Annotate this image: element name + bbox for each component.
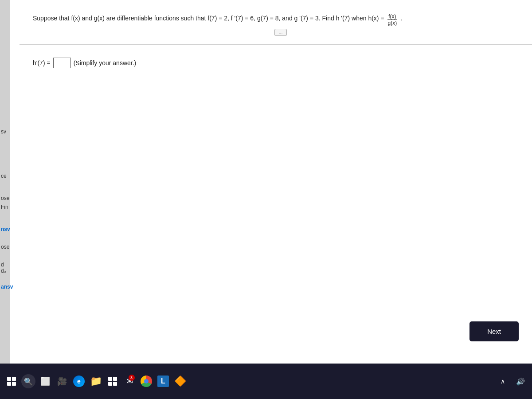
folder-icon[interactable]: 📁 — [89, 374, 103, 388]
search-icon[interactable]: 🔍 — [21, 374, 35, 388]
divider-line — [20, 44, 532, 45]
answer-line: h'(7) = (Simplify your answer.) — [33, 58, 272, 68]
question-statement: Suppose that f(x) and g(x) are different… — [33, 13, 384, 23]
taskbar: 🔍 ⬜ 🎥 e 📁 ✉ 3 L 🔶 — [0, 364, 532, 399]
ellipsis-button[interactable]: ... — [274, 29, 286, 36]
question-text: Suppose that f(x) and g(x) are different… — [33, 13, 528, 27]
sidebar-text-nsv: nsv — [1, 226, 10, 232]
ellipsis-container: ... — [33, 29, 528, 36]
grid-app-icon[interactable] — [106, 374, 120, 388]
fraction-numerator: f(x) — [387, 13, 397, 20]
content-panel: Suppose that f(x) and g(x) are different… — [10, 0, 532, 364]
sidebar-text-ddx: d dₓ — [1, 262, 10, 274]
simplify-label: (Simplify your answer.) — [74, 59, 137, 66]
mail-badge: 3 — [129, 375, 135, 381]
next-button[interactable]: Next — [469, 321, 519, 341]
sidebar-text-fin: Fin — [1, 204, 8, 210]
left-sidebar: sv ce ose Fin nsv ose d dₓ ansv — [0, 0, 10, 364]
taskview-icon[interactable]: ⬜ — [38, 374, 52, 388]
question-period: . — [400, 13, 402, 23]
mail-icon[interactable]: ✉ 3 — [122, 374, 137, 388]
chrome-icon[interactable] — [139, 374, 153, 388]
answer-label: h'(7) = — [33, 59, 51, 66]
fraction-denominator: g(x) — [387, 20, 398, 26]
answer-area: h'(7) = (Simplify your answer.) — [20, 49, 286, 77]
speaker-icon[interactable]: 🔊 — [513, 374, 528, 388]
sidebar-text-ose2: ose — [1, 244, 9, 250]
chevron-up-icon[interactable]: ∧ — [496, 374, 510, 388]
notification-area: ∧ 🔊 — [496, 374, 528, 388]
vlc-icon[interactable]: 🔶 — [173, 374, 187, 388]
answer-input[interactable] — [53, 58, 71, 68]
fraction-display: f(x) g(x) — [387, 13, 398, 27]
question-area: Suppose that f(x) and g(x) are different… — [20, 0, 532, 47]
blue-l-icon[interactable]: L — [156, 374, 170, 388]
sidebar-text-ansv: ansv — [1, 284, 13, 290]
sidebar-text-ce: ce — [1, 173, 7, 179]
windows-icon[interactable] — [4, 374, 19, 388]
edge-browser-icon[interactable]: e — [72, 374, 86, 388]
camera-icon[interactable]: 🎥 — [55, 374, 69, 388]
sidebar-text-sv: sv — [1, 129, 6, 135]
sidebar-text-ose: ose — [1, 195, 9, 201]
